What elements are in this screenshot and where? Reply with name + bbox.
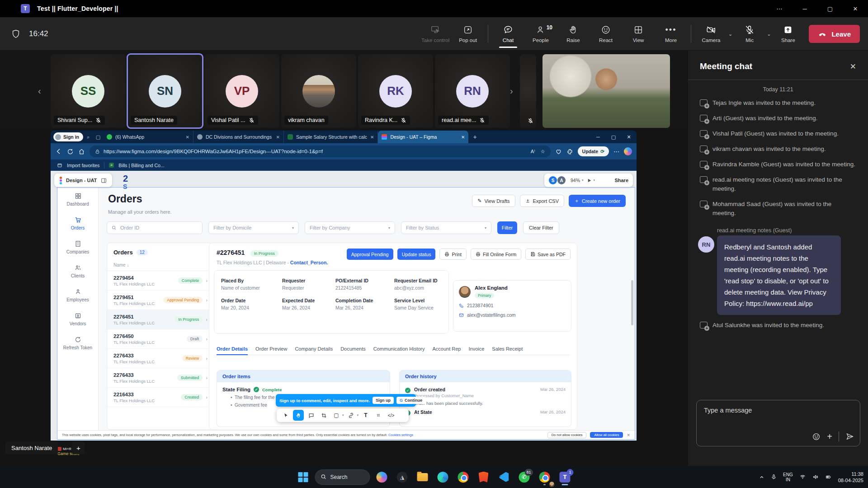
clear-filter-button[interactable]: Clear Filter	[523, 221, 559, 234]
approval-pending-button[interactable]: Approval Pending	[347, 249, 393, 260]
tab-close-icon[interactable]: ✕	[186, 135, 189, 140]
refresh-icon[interactable]	[67, 148, 74, 155]
code-tool-icon[interactable]: </>	[386, 410, 396, 421]
wifi-icon[interactable]	[799, 474, 806, 480]
maximize-button[interactable]: ▢	[817, 0, 843, 17]
deny-cookies-button[interactable]: Do not allow cookies	[547, 432, 587, 438]
filter-button[interactable]: Filter	[497, 221, 517, 234]
video-tile-ravindra-k-[interactable]: RKRavindra K...	[358, 54, 433, 128]
titlebar-more-button[interactable]: ⋯	[767, 0, 792, 17]
brave-icon[interactable]	[475, 468, 492, 486]
people-button[interactable]: 10 People	[524, 19, 557, 49]
react-button[interactable]: React	[590, 19, 622, 49]
tab-search-icon[interactable]: ⌕	[83, 134, 93, 140]
link-tool-icon[interactable]	[346, 410, 357, 421]
raise-hand-button[interactable]: Raise	[557, 19, 590, 49]
language-indicator[interactable]: ENGIN	[783, 472, 793, 482]
shape-tool-icon[interactable]: ▢	[331, 410, 342, 421]
message-composer[interactable]: Type a message +	[696, 400, 860, 446]
taskbar-search[interactable]: Search	[315, 469, 370, 485]
order-row-2276450[interactable]: 2276450TL Flex Holdings LLCDraft›	[107, 329, 212, 349]
browser-tab-dc-divisions[interactable]: DC Divisions and Surroundings✕	[193, 131, 284, 143]
browser-close-button[interactable]: ✕	[621, 131, 637, 143]
tab-close-icon[interactable]: ✕	[370, 135, 374, 140]
chrome-icon[interactable]	[455, 468, 472, 486]
signup-button[interactable]: Sign up	[373, 397, 394, 404]
volume-icon[interactable]	[812, 474, 819, 480]
video-tile-shivani-sup-[interactable]: SSShivani Sup...	[51, 54, 126, 128]
layout-panels-icon[interactable]	[101, 178, 107, 183]
collaborator-avatar-s[interactable]: S	[549, 176, 557, 184]
new-tab-button[interactable]: +	[473, 133, 476, 141]
tab-close-icon[interactable]: ✕	[276, 135, 280, 140]
favorite-star-icon[interactable]: ☆	[541, 149, 545, 155]
view-button[interactable]: View	[622, 19, 655, 49]
sidebar-item-vendors[interactable]: Vendors	[57, 307, 98, 331]
tab-order-preview[interactable]: Order Preview	[255, 346, 287, 352]
tab-order-details[interactable]: Order Details	[217, 346, 248, 352]
gallery-next-icon[interactable]: ›	[510, 86, 513, 96]
attach-plus-icon[interactable]: +	[827, 432, 832, 441]
figma-canvas[interactable]: 2S Design - UAT S A 94%▾ ▾ Share Dashboa…	[51, 171, 637, 441]
emoji-icon[interactable]	[812, 432, 821, 441]
browser-tab-salary-sheet[interactable]: Sample Salary Structure with calc✕	[284, 131, 378, 143]
camera-options-chevron-icon[interactable]: ⌄	[728, 31, 732, 37]
browser-maximize-button[interactable]: ▢	[606, 131, 621, 143]
browser-essentials-icon[interactable]	[555, 148, 562, 155]
figma-menu-icon[interactable]	[60, 177, 62, 184]
collaborator-avatar-a[interactable]: A	[557, 176, 566, 184]
figma-doc-title[interactable]: Design - UAT	[66, 178, 97, 183]
save-as-pdf-button[interactable]: Save as PDF	[525, 249, 571, 260]
close-button[interactable]: ✕	[843, 0, 868, 17]
browser-signin-button[interactable]: Sign in	[53, 132, 83, 141]
browser-tab-figma-active[interactable]: Design - UAT – Figma✕	[378, 131, 468, 143]
chat-close-icon[interactable]: ✕	[850, 62, 856, 71]
teams-taskbar-icon[interactable]: T1	[557, 468, 574, 486]
filter-company-select[interactable]: Filter by Company▾	[305, 221, 395, 234]
frame-scrollbar[interactable]	[631, 280, 633, 325]
video-tile-vikram-chavan[interactable]: vikram chavan	[281, 54, 356, 128]
more-button[interactable]: ••• More	[655, 19, 687, 49]
contact-person-link[interactable]: Contact_Person.	[290, 260, 328, 265]
export-csv-button[interactable]: Export CSV	[520, 195, 564, 207]
video-tile-santosh-narate[interactable]: SNSantosh Narate	[127, 54, 203, 128]
comment-tool-icon[interactable]	[306, 410, 316, 421]
camera-button[interactable]: Camera	[695, 19, 727, 49]
tab-company-details[interactable]: Company Details	[295, 346, 333, 352]
address-bar[interactable]: https://www.figma.com/design/9BKQ0FOHRWa…	[90, 145, 551, 157]
tab-close-icon[interactable]: ✕	[461, 135, 465, 140]
minimize-button[interactable]: ─	[792, 0, 817, 17]
send-icon[interactable]	[845, 432, 854, 441]
read-aloud-icon[interactable]: A⁾	[531, 149, 535, 155]
copilot-icon[interactable]	[624, 147, 632, 155]
workspaces-icon[interactable]: ▢	[93, 134, 103, 140]
share-button[interactable]: Share	[772, 19, 804, 49]
move-cursor-icon[interactable]	[280, 410, 291, 421]
create-new-order-button[interactable]: ＋Create new order	[569, 195, 626, 207]
video-tile-read-ai-mee-[interactable]: RNread.ai mee...	[435, 54, 510, 128]
cookies-settings-link[interactable]: Cookies settings	[388, 433, 413, 437]
fill-online-form-button[interactable]: Fill Online Form	[471, 249, 521, 260]
tab-invoice[interactable]: Invoice	[468, 346, 484, 352]
take-control-button[interactable]: Take control	[419, 19, 452, 49]
sidebar-item-companies[interactable]: Companies	[57, 235, 98, 259]
filter-domicile-select[interactable]: Filter by Domicile▾	[208, 221, 299, 234]
leave-button[interactable]: Leave	[809, 25, 860, 43]
cookie-close-icon[interactable]: ✕	[627, 433, 630, 437]
order-row-2216433[interactable]: 2216433TL Flex Holdings LLCCreated›	[107, 388, 212, 407]
update-status-button[interactable]: Update status	[397, 249, 436, 260]
chat-button[interactable]: Chat	[492, 19, 524, 49]
tray-mic-icon[interactable]	[771, 474, 777, 480]
gallery-prev-icon[interactable]: ‹	[38, 86, 41, 96]
whatsapp-icon[interactable]: ✆81	[516, 468, 533, 486]
settings-more-icon[interactable]: ⋯	[613, 148, 619, 155]
file-explorer-icon[interactable]	[414, 468, 431, 486]
video-tile-partial[interactable]	[520, 54, 536, 128]
sidebar-item-orders[interactable]: Orders	[57, 211, 98, 235]
chrome-profile-icon[interactable]	[536, 468, 553, 486]
order-id-search-input[interactable]: Order ID	[107, 221, 203, 234]
sort-column-header[interactable]: Name ↓	[107, 260, 212, 271]
clock[interactable]: 11:3808-04-2025	[838, 471, 863, 483]
tab-account-rep[interactable]: Account Rep	[433, 346, 461, 352]
view-drafts-button[interactable]: ✎View Drafts	[472, 195, 515, 207]
